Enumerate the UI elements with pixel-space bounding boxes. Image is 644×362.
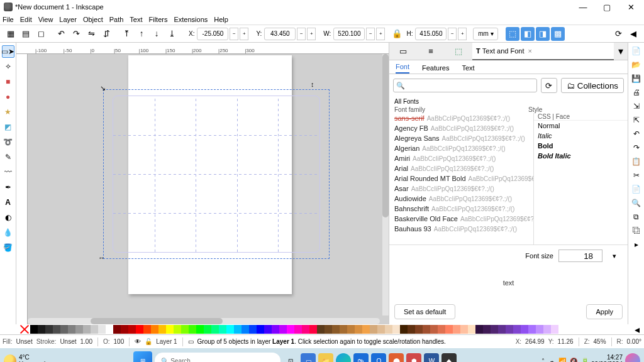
color-swatch[interactable]: [506, 325, 513, 334]
color-swatch[interactable]: [45, 325, 53, 334]
face-bold[interactable]: Bold: [534, 141, 628, 151]
more-icon[interactable]: ▸: [635, 240, 638, 249]
color-swatch[interactable]: [158, 325, 166, 334]
lower-button[interactable]: ↓: [150, 27, 164, 41]
stroke-width[interactable]: 1.00: [80, 338, 92, 345]
scrollbar-horizontal[interactable]: [28, 318, 380, 324]
transform-pattern-button[interactable]: ▩: [551, 27, 565, 41]
color-swatch[interactable]: [325, 325, 332, 334]
color-swatch[interactable]: [309, 325, 317, 334]
3dbox-tool[interactable]: ◩: [2, 121, 14, 133]
handle-nw[interactable]: ↘: [100, 84, 106, 90]
menu-extensions[interactable]: Extensions: [174, 16, 208, 23]
w-inc[interactable]: +: [376, 28, 385, 40]
dock-tab-transform[interactable]: ≡: [417, 43, 445, 60]
scrollbar-vertical[interactable]: [382, 54, 389, 315]
fill-value[interactable]: Unset: [16, 338, 33, 345]
layer-select[interactable]: Layer 1: [156, 338, 177, 345]
color-swatch[interactable]: [302, 325, 309, 334]
h-input[interactable]: 415.050: [415, 28, 447, 40]
color-swatch[interactable]: [68, 325, 75, 334]
color-swatch[interactable]: [392, 325, 400, 334]
color-swatch[interactable]: [211, 325, 219, 334]
tray-onedrive-icon[interactable]: ☁: [548, 358, 555, 363]
color-swatch[interactable]: [279, 325, 287, 334]
h-dec[interactable]: −: [448, 28, 457, 40]
color-swatch[interactable]: [377, 325, 385, 334]
color-swatch[interactable]: [181, 325, 189, 334]
taskbar-search[interactable]: 🔍 Search: [155, 353, 280, 362]
color-swatch[interactable]: [468, 325, 475, 334]
color-swatch[interactable]: [38, 325, 45, 334]
color-swatch[interactable]: [317, 325, 325, 334]
color-swatch[interactable]: [151, 325, 158, 334]
color-swatch[interactable]: [234, 325, 242, 334]
minimize-button[interactable]: —: [571, 0, 595, 14]
export-icon[interactable]: ⇱: [633, 116, 640, 124]
color-swatch[interactable]: [332, 325, 340, 334]
color-swatch[interactable]: [370, 325, 377, 334]
taskbar-inkscape[interactable]: ◆: [441, 353, 457, 362]
clone-icon[interactable]: ⿻: [633, 226, 640, 235]
zoom-value[interactable]: 45%: [594, 338, 606, 345]
taskbar-explorer[interactable]: 📁: [318, 353, 333, 362]
color-swatch[interactable]: [242, 325, 249, 334]
print-icon[interactable]: 🖨: [633, 88, 640, 97]
refresh-fonts-button[interactable]: ⟳: [541, 78, 557, 93]
font-size-input[interactable]: [558, 250, 602, 262]
font-row[interactable]: AsarAaBbCcIiPpQq12369$€¢?.;/(): [389, 184, 533, 194]
star-tool[interactable]: ★: [2, 106, 14, 118]
color-swatch[interactable]: [438, 325, 445, 334]
transform-gradient-button[interactable]: ◨: [536, 27, 550, 41]
color-swatch[interactable]: [491, 325, 498, 334]
font-row[interactable]: ArialAaBbCcIiPpQq12369$€¢?.;/(): [389, 163, 533, 173]
font-row[interactable]: AudiowideAaBbCcIiPpQq12369$€¢?.;/(): [389, 194, 533, 204]
font-row[interactable]: AlgerianAaBbCcIiPpQq12369$€¢?.;/(): [389, 143, 533, 153]
system-tray[interactable]: ˄ ☁ 📶 🔇 🔋: [541, 358, 589, 363]
import-icon[interactable]: ⇲: [633, 102, 640, 111]
color-swatch[interactable]: [543, 325, 551, 334]
color-swatch[interactable]: [551, 325, 558, 334]
handle-w[interactable]: ↔: [98, 254, 104, 260]
rotate-cw-button[interactable]: ↷: [69, 27, 83, 41]
no-color-swatch[interactable]: [19, 324, 30, 334]
font-row[interactable]: sans-serifAaBbCcIiPpQq12369$€¢?.;/(): [389, 113, 533, 123]
lower-bottom-button[interactable]: ⤓: [165, 27, 179, 41]
flip-v-button[interactable]: ⇵: [99, 27, 113, 41]
close-dock-icon[interactable]: ×: [528, 47, 531, 55]
selector-tool[interactable]: ▭➤: [2, 45, 14, 58]
color-swatch[interactable]: [415, 325, 423, 334]
menu-text[interactable]: Text: [130, 16, 142, 23]
menu-path[interactable]: Path: [109, 16, 124, 23]
color-swatch[interactable]: [521, 325, 528, 334]
y-input[interactable]: 43.450: [264, 28, 296, 40]
color-swatch[interactable]: [430, 325, 438, 334]
font-row[interactable]: Baskerville Old FaceAaBbCcIiPpQq12369$€¢…: [389, 214, 533, 224]
color-swatch[interactable]: [30, 325, 38, 334]
dock-tab-text-font[interactable]: T Text and Font×: [472, 43, 614, 60]
color-swatch[interactable]: [408, 325, 415, 334]
windows-taskbar[interactable]: 4°C Heavy rain ⊞ 🔍 Search ⊡ ▭ 📁 🛍 O ⬤ ⬢ …: [0, 348, 644, 362]
face-bold-italic[interactable]: Bold Italic: [534, 151, 628, 161]
color-swatch[interactable]: [340, 325, 347, 334]
open-icon[interactable]: 📂: [631, 60, 641, 69]
canvas-viewport[interactable]: ↘ ↕ ↔: [28, 54, 389, 324]
color-swatch[interactable]: [196, 325, 204, 334]
color-swatch[interactable]: [475, 325, 483, 334]
select-all-button[interactable]: ▦: [4, 27, 18, 41]
color-swatch[interactable]: [536, 325, 543, 334]
save-icon[interactable]: 💾: [631, 74, 641, 83]
rotate-ccw-button[interactable]: ↶: [54, 27, 68, 41]
copy-icon[interactable]: 📋: [631, 157, 641, 166]
color-swatch[interactable]: [483, 325, 491, 334]
taskbar-store[interactable]: 🛍: [353, 353, 369, 362]
taskbar-app-1[interactable]: ▭: [301, 353, 316, 362]
back-button[interactable]: ◀: [626, 27, 640, 41]
color-swatch[interactable]: [528, 325, 536, 334]
layer-visibility-icon[interactable]: 👁: [135, 338, 141, 345]
color-swatch[interactable]: [113, 325, 121, 334]
handle-n[interactable]: ↕: [311, 80, 317, 87]
color-swatch[interactable]: [91, 325, 98, 334]
bezier-tool[interactable]: 〰: [2, 166, 14, 178]
color-swatch[interactable]: [423, 325, 430, 334]
